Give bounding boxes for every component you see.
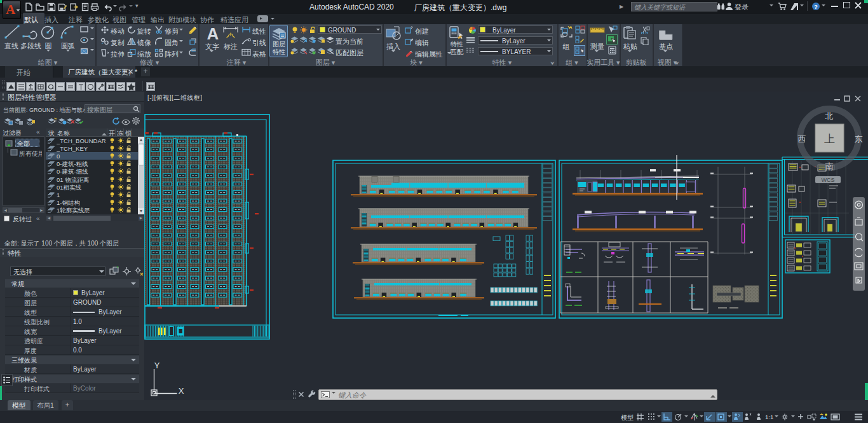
svg-text:北: 北 xyxy=(825,111,834,121)
svg-text:Y: Y xyxy=(154,361,160,370)
svg-text:东: 东 xyxy=(855,134,863,144)
svg-text:西: 西 xyxy=(798,134,806,144)
svg-text:上: 上 xyxy=(824,133,835,145)
svg-text:南: 南 xyxy=(825,162,834,171)
svg-text:WCS: WCS xyxy=(822,177,835,183)
svg-text:X: X xyxy=(179,386,184,396)
